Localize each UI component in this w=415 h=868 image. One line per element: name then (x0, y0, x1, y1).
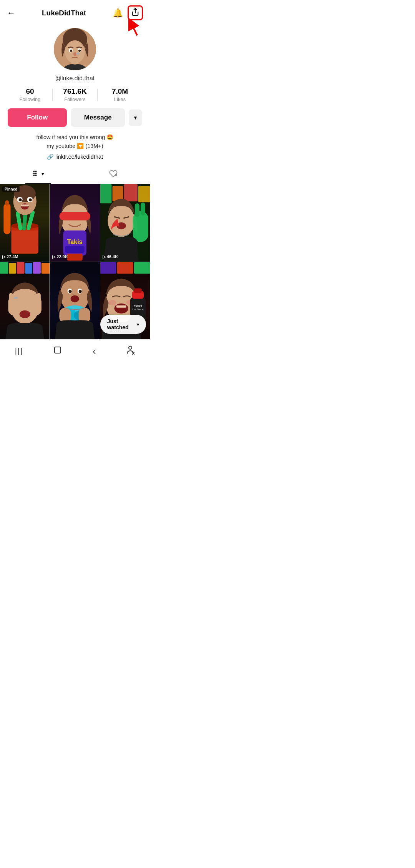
svg-rect-49 (0, 262, 8, 274)
svg-point-10 (78, 50, 81, 52)
svg-point-86 (108, 300, 116, 305)
tab-liked[interactable] (102, 166, 124, 184)
svg-rect-63 (37, 293, 41, 304)
videos-tab-icon: ⠿ (32, 170, 38, 178)
message-button[interactable]: Message (71, 108, 124, 127)
svg-rect-52 (25, 263, 32, 274)
play-icon-1: ▷ (2, 254, 5, 259)
followers-count: 761.6K (63, 87, 86, 96)
follow-button[interactable]: Follow (8, 108, 67, 127)
svg-rect-51 (17, 262, 25, 274)
profile-title: LukeDidThat (42, 9, 86, 17)
video-cell-1[interactable]: Pinned ▷ 27.4M (0, 184, 50, 261)
followers-label: Followers (64, 96, 86, 102)
likes-label: Likes (114, 96, 126, 102)
svg-rect-38 (100, 184, 111, 203)
stats-row: 60 Following 761.6K Followers 7.0M Likes (8, 87, 142, 102)
profile-section: @luke.did.that 60 Following 761.6K Follo… (0, 24, 150, 166)
video-cell-6[interactable]: Pulido Hot Sauce Just watched » (100, 262, 150, 339)
svg-rect-36 (65, 246, 85, 253)
svg-point-72 (71, 295, 79, 302)
svg-rect-47 (134, 204, 139, 217)
just-watched-pill[interactable]: Just watched » (100, 315, 146, 334)
header: ← LukeDidThat 🔔 (0, 0, 150, 24)
nav-menu-icon[interactable]: ||| (15, 347, 23, 355)
just-watched-label: Just watched (107, 318, 134, 330)
svg-rect-41 (138, 186, 150, 202)
back-button[interactable]: ← (7, 8, 15, 18)
video-cell-2[interactable]: Takis ▷ 22.9K (50, 184, 100, 261)
svg-rect-93 (55, 347, 61, 353)
svg-rect-60 (18, 292, 22, 303)
following-label: Following (20, 96, 41, 102)
bio-line1: follow if read you this wrong 🤩 (37, 133, 114, 142)
avatar (54, 28, 96, 70)
video-count-3: ▷ 46.4K (103, 254, 118, 259)
svg-rect-81 (117, 262, 133, 274)
nav-profile-icon[interactable] (126, 345, 135, 357)
svg-point-42 (108, 205, 134, 237)
svg-rect-23 (5, 201, 9, 206)
play-icon-3: ▷ (103, 254, 106, 259)
following-count: 60 (26, 87, 34, 96)
pinned-badge: Pinned (2, 186, 20, 192)
svg-rect-90 (134, 288, 141, 293)
svg-point-9 (70, 50, 72, 52)
stat-followers[interactable]: 761.6K Followers (53, 87, 97, 102)
svg-rect-22 (3, 204, 10, 234)
play-icon-2: ▷ (52, 254, 55, 259)
svg-rect-53 (33, 262, 41, 274)
tabs-row: ⠿ ▾ (0, 166, 150, 184)
svg-text:Hot Sauce: Hot Sauce (132, 308, 143, 310)
svg-rect-61 (28, 292, 32, 303)
svg-point-28 (19, 199, 22, 202)
svg-rect-33 (60, 212, 90, 221)
svg-text:Takis: Takis (67, 238, 83, 245)
liked-tab-icon (109, 169, 118, 179)
video-cell-4[interactable] (0, 262, 50, 339)
likes-count: 7.0M (112, 87, 128, 96)
action-buttons: Follow Message ▼ (8, 108, 142, 127)
nav-back-icon[interactable]: ‹ (93, 345, 96, 357)
username: @luke.did.that (55, 75, 95, 82)
share-button[interactable] (128, 5, 143, 20)
stat-following[interactable]: 60 Following (8, 87, 52, 102)
svg-rect-58 (9, 293, 13, 304)
tab-videos[interactable]: ⠿ ▾ (25, 166, 51, 184)
svg-point-5 (65, 40, 85, 63)
svg-rect-80 (100, 262, 116, 274)
videos-tab-dropdown[interactable]: ▾ (42, 171, 44, 177)
bio-link[interactable]: 🔗 linktr.ee/lukedidthat (47, 154, 103, 160)
svg-point-29 (29, 199, 32, 202)
nav-home-icon[interactable] (53, 345, 63, 357)
svg-rect-16 (11, 227, 38, 254)
svg-rect-50 (9, 263, 16, 274)
header-icons: 🔔 (113, 5, 143, 20)
svg-text:Pulido: Pulido (134, 304, 142, 307)
video-cell-3[interactable]: ▷ 46.4K (100, 184, 150, 261)
bell-icon[interactable]: 🔔 (113, 8, 123, 18)
stat-likes[interactable]: 7.0M Likes (98, 87, 142, 102)
svg-point-71 (79, 290, 82, 293)
share-icon (131, 8, 139, 18)
video-count-2: ▷ 22.9K (52, 254, 68, 259)
bio-line2: my youtube 🔽 (13M+) (37, 142, 114, 151)
video-count-1: ▷ 27.4M (2, 254, 18, 259)
svg-point-94 (129, 346, 132, 349)
svg-rect-64 (14, 297, 18, 299)
svg-rect-85 (116, 305, 126, 307)
video-cell-5[interactable] (50, 262, 100, 339)
svg-point-70 (69, 290, 72, 293)
just-watched-chevron: » (136, 322, 139, 327)
svg-point-84 (114, 303, 128, 313)
svg-point-65 (20, 310, 30, 318)
svg-rect-62 (32, 291, 36, 303)
svg-rect-40 (124, 184, 137, 201)
more-options-button[interactable]: ▼ (129, 110, 142, 126)
video-grid: Pinned ▷ 27.4M Takis (0, 184, 150, 339)
svg-rect-31 (21, 205, 29, 207)
video-grid-wrapper: Pinned ▷ 27.4M Takis (0, 184, 150, 339)
bio: follow if read you this wrong 🤩 my youtu… (37, 133, 114, 151)
svg-rect-54 (42, 263, 50, 274)
bottom-nav: ||| ‹ (0, 339, 150, 365)
